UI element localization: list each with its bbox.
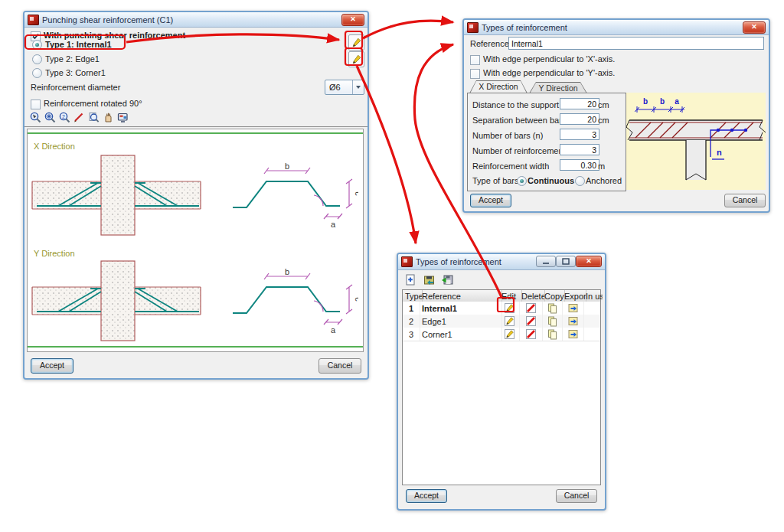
- search-zoom-icon[interactable]: [87, 110, 100, 124]
- x-direction-panel: Distance to the support (a) cm Separatio…: [467, 93, 626, 191]
- row-edit-cell: [499, 315, 520, 328]
- cancel-button[interactable]: Cancel: [556, 489, 597, 503]
- col-reference[interactable]: Reference: [420, 290, 502, 302]
- radio-anchored[interactable]: [575, 176, 585, 186]
- col-delete[interactable]: Delete: [519, 290, 545, 302]
- edge-x-label: With edge perpendicular to 'X'-axis.: [483, 54, 615, 64]
- rotated-checkbox[interactable]: [31, 100, 41, 109]
- window-type-editor-titlebar[interactable]: Types of reinforcement: [464, 20, 769, 35]
- radio-anchored-label[interactable]: Anchored: [586, 176, 622, 185]
- diameter-dropdown[interactable]: Ø6: [325, 80, 364, 95]
- copy-icon[interactable]: [542, 328, 562, 341]
- svg-text:b: b: [643, 97, 648, 106]
- close-icon[interactable]: ✕: [576, 256, 602, 267]
- radio-type-2-label[interactable]: Type 2: Edge1: [45, 54, 100, 64]
- measure-icon[interactable]: [72, 110, 86, 124]
- distance-support-input[interactable]: [560, 98, 599, 109]
- types-table: Type Reference Edit Delete Copy Export I…: [402, 289, 601, 485]
- radio-type-1-label[interactable]: Type 1: Internal1: [45, 40, 112, 49]
- radio-continuous[interactable]: [517, 176, 527, 186]
- row-delete-cell: [519, 302, 543, 315]
- radio-type-3-label[interactable]: Type 3: Corner1: [45, 68, 106, 77]
- edit-type-button-2[interactable]: [348, 51, 364, 67]
- x-direction-bar-detail: b c a: [228, 162, 358, 232]
- type-of-bars-label: Type of bars: [472, 176, 519, 185]
- redraw-icon[interactable]: [116, 110, 129, 124]
- close-icon[interactable]: ✕: [743, 21, 766, 34]
- accept-button[interactable]: Accept: [470, 194, 511, 207]
- import-icon[interactable]: [422, 273, 436, 286]
- add-icon[interactable]: [403, 273, 417, 286]
- window-punching-titlebar[interactable]: Punching shear reinforcement (C1): [24, 12, 368, 28]
- close-icon[interactable]: ✕: [341, 14, 364, 26]
- field-label: Reinforcement width: [472, 162, 549, 171]
- edit-icon[interactable]: [499, 315, 519, 328]
- radio-type-1[interactable]: [32, 40, 42, 50]
- delete-icon[interactable]: [519, 302, 542, 315]
- delete-icon[interactable]: [519, 315, 542, 328]
- col-inuse[interactable]: In use: [583, 290, 603, 302]
- export-icon[interactable]: [562, 328, 583, 341]
- row-type: 2: [403, 315, 420, 328]
- tab-x-direction[interactable]: X Direction: [469, 80, 528, 93]
- row-export-cell: [562, 302, 584, 315]
- copy-icon[interactable]: [542, 302, 562, 315]
- svg-text:c: c: [354, 297, 358, 302]
- field-unit: cm: [598, 100, 609, 109]
- window-type-editor: Types of reinforcement ✕ Reference With …: [462, 18, 770, 213]
- export-icon[interactable]: [562, 315, 583, 328]
- radio-type-2[interactable]: [32, 54, 42, 64]
- window-punching-shear: Punching shear reinforcement (C1) ✕ With…: [23, 11, 369, 380]
- row-edit-cell: [499, 302, 520, 315]
- accept-button[interactable]: Accept: [31, 358, 74, 374]
- edit-icon[interactable]: [499, 328, 519, 341]
- edit-type-button-1[interactable]: [348, 34, 364, 51]
- tab-y-direction[interactable]: Y Direction: [529, 82, 587, 93]
- edge-y-checkbox[interactable]: [470, 69, 480, 79]
- reinforcement-layout-diagram: b b a n: [626, 93, 766, 190]
- reinforcement-width-input[interactable]: [560, 159, 599, 171]
- row-inuse-cell: [583, 315, 603, 328]
- field-unit: cm: [598, 116, 609, 125]
- draw-top-rule: [28, 132, 363, 134]
- delete-icon[interactable]: [519, 328, 542, 341]
- svg-text:a: a: [331, 220, 336, 229]
- maximize-icon[interactable]: [556, 256, 576, 267]
- row-copy-cell: [542, 328, 563, 341]
- number-reinforcements-input[interactable]: [560, 144, 599, 155]
- pan-icon[interactable]: [101, 110, 115, 124]
- screenshot-canvas: Punching shear reinforcement (C1) ✕ With…: [0, 0, 784, 532]
- separation-bars-input[interactable]: [560, 113, 599, 125]
- row-reference: Internal1: [420, 302, 502, 315]
- number-bars-input[interactable]: [560, 129, 599, 140]
- reference-input[interactable]: [508, 37, 764, 50]
- minimize-icon[interactable]: [536, 256, 556, 267]
- cancel-button[interactable]: Cancel: [724, 194, 766, 207]
- table-row: 2 Edge1: [403, 315, 600, 328]
- zoom-previous-icon[interactable]: 2: [57, 110, 71, 124]
- row-export-cell: [562, 328, 584, 341]
- accept-button[interactable]: Accept: [406, 489, 447, 503]
- zoom-extents-icon[interactable]: [43, 110, 57, 124]
- edit-icon[interactable]: [499, 302, 519, 315]
- svg-text:a: a: [331, 325, 336, 335]
- y-direction-bar-detail: b c a: [228, 267, 358, 338]
- copy-icon[interactable]: [542, 315, 562, 328]
- chevron-down-icon: [352, 80, 364, 94]
- radio-type-3[interactable]: [32, 68, 42, 78]
- row-delete-cell: [519, 328, 543, 341]
- svg-text:b: b: [285, 162, 289, 171]
- zoom-window-icon[interactable]: [28, 110, 42, 124]
- row-edit-cell: [499, 328, 520, 341]
- export-icon[interactable]: [562, 302, 583, 315]
- save-icon[interactable]: [440, 273, 454, 286]
- arrow-edit1-to-editor: [363, 21, 453, 38]
- field-label: Distance to the support (a): [472, 100, 572, 109]
- row-inuse-cell: [583, 328, 603, 341]
- edge-x-checkbox[interactable]: [470, 55, 480, 65]
- cancel-button[interactable]: Cancel: [318, 358, 361, 374]
- row-export-cell: [562, 315, 584, 328]
- radio-continuous-label[interactable]: Continuous: [528, 176, 574, 185]
- table-row: 1 Internal1: [403, 302, 600, 315]
- window-title: Punching shear reinforcement (C1): [42, 15, 173, 24]
